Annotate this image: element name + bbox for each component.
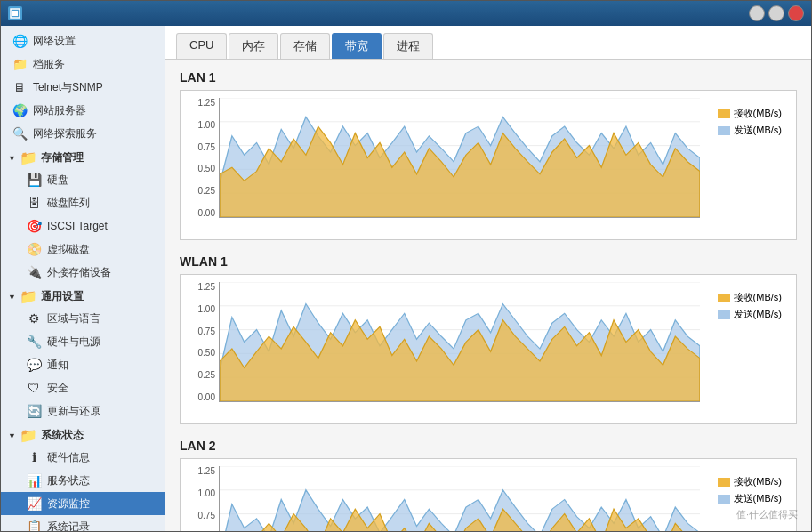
sidebar-item-network-settings[interactable]: 🌐 网络设置 <box>1 29 165 52</box>
maximize-button[interactable] <box>768 5 784 21</box>
charts-container: LAN 11.251.000.750.500.250.00接收(MB/s)发送(… <box>165 60 811 531</box>
chart-wrapper-lan2: 1.251.000.750.500.250.00接收(MB/s)发送(MB/s) <box>180 458 797 531</box>
svg-rect-1 <box>12 11 18 16</box>
group-label: 系统状态 <box>41 428 84 443</box>
item-icon-region-lang: ⚙ <box>26 310 42 326</box>
sidebar-item-external-storage[interactable]: 🔌 外接存储设备 <box>1 261 165 284</box>
item-icon-resource-monitor: 📈 <box>26 496 42 512</box>
tabs-bar: CPU内存存储带宽进程 <box>165 26 811 60</box>
legend-item: 接收(MB/s) <box>718 291 782 304</box>
item-label-hdd: 硬盘 <box>47 173 68 188</box>
legend-lan1: 接收(MB/s)发送(MB/s) <box>718 107 782 137</box>
item-icon-notification: 💬 <box>26 357 42 373</box>
item-icon-ftp-server: 📁 <box>12 56 28 72</box>
titlebar <box>1 1 811 26</box>
item-icon-security: 🛡 <box>26 380 42 396</box>
chart-area-wlan1: 1.251.000.750.500.250.00接收(MB/s)发送(MB/s) <box>188 282 789 420</box>
item-icon-network-discover: 🔍 <box>12 125 28 141</box>
tab-memory[interactable]: 内存 <box>229 33 278 59</box>
item-icon-telnet-snmp: 🖥 <box>12 79 28 95</box>
chart-plot-lan2 <box>219 466 700 531</box>
y-label: 1.25 <box>198 466 215 476</box>
sidebar-group-storage-group[interactable]: ▼ 📁 存储管理 <box>1 145 165 168</box>
chart-area-lan1: 1.251.000.750.500.250.00接收(MB/s)发送(MB/s) <box>188 98 789 236</box>
y-axis: 1.251.000.750.500.250.00 <box>188 282 219 402</box>
chart-title-lan2: LAN 2 <box>180 439 797 453</box>
sidebar-item-iscsi-target[interactable]: 🎯 ISCSI Target <box>1 214 165 238</box>
legend-wlan1: 接收(MB/s)发送(MB/s) <box>718 291 782 321</box>
sidebar-item-hw-info[interactable]: ℹ 硬件信息 <box>1 446 165 469</box>
y-label: 1.00 <box>198 488 215 498</box>
tab-process[interactable]: 进程 <box>383 33 433 59</box>
main-window: 🌐 网络设置📁 档服务🖥 Telnet与SNMP🌍 网站服务器🔍 网络探索服务▼… <box>0 0 812 532</box>
sidebar-group-sys-status-group[interactable]: ▼ 📁 系统状态 <box>1 423 165 446</box>
item-label-virtual-disk: 虚拟磁盘 <box>47 242 90 257</box>
legend-label: 接收(MB/s) <box>734 291 782 304</box>
item-icon-sys-log: 📋 <box>26 519 42 531</box>
chart-plot-wlan1 <box>219 282 700 402</box>
y-label: 0.00 <box>198 392 215 402</box>
minimize-button[interactable] <box>749 5 765 21</box>
y-label: 0.75 <box>198 326 215 336</box>
sidebar-item-hdd[interactable]: 💾 硬盘 <box>1 168 165 191</box>
sidebar-item-virtual-disk[interactable]: 📀 虚拟磁盘 <box>1 238 165 261</box>
folder-icon: 📁 <box>20 427 37 444</box>
item-icon-iscsi-target: 🎯 <box>26 218 42 234</box>
legend-label: 发送(MB/s) <box>734 492 782 505</box>
sidebar-item-hardware-power[interactable]: 🔧 硬件与电源 <box>1 330 165 353</box>
legend-color <box>718 126 730 135</box>
legend-label: 发送(MB/s) <box>734 308 782 321</box>
sidebar-item-telnet-snmp[interactable]: 🖥 Telnet与SNMP <box>1 76 165 99</box>
item-label-network-settings: 网络设置 <box>33 34 76 49</box>
y-label: 0.50 <box>198 348 215 358</box>
sidebar-item-disk-array[interactable]: 🗄 磁盘阵列 <box>1 191 165 214</box>
sidebar-group-general-group[interactable]: ▼ 📁 通用设置 <box>1 284 165 307</box>
legend-label: 接收(MB/s) <box>734 107 782 120</box>
item-label-region-lang: 区域与语言 <box>47 311 100 326</box>
item-label-resource-monitor: 资源监控 <box>47 496 90 512</box>
sidebar-item-update-restore[interactable]: 🔄 更新与还原 <box>1 399 165 423</box>
chart-area-lan2: 1.251.000.750.500.250.00接收(MB/s)发送(MB/s) <box>188 466 789 531</box>
legend-color <box>718 310 730 319</box>
chart-section-lan2: LAN 21.251.000.750.500.250.00接收(MB/s)发送(… <box>180 439 797 531</box>
chart-wrapper-wlan1: 1.251.000.750.500.250.00接收(MB/s)发送(MB/s) <box>180 274 797 424</box>
item-icon-network-settings: 🌐 <box>12 33 28 49</box>
item-label-external-storage: 外接存储设备 <box>47 265 111 280</box>
sidebar-item-resource-monitor[interactable]: 📈 资源监控 <box>1 492 165 515</box>
group-label: 存储管理 <box>41 150 84 165</box>
folder-icon: 📁 <box>20 288 37 305</box>
chart-section-wlan1: WLAN 11.251.000.750.500.250.00接收(MB/s)发送… <box>180 254 797 424</box>
tab-storage[interactable]: 存储 <box>280 33 330 59</box>
tab-bandwidth[interactable]: 带宽 <box>332 33 382 59</box>
item-icon-hardware-power: 🔧 <box>26 334 42 350</box>
sidebar-item-security[interactable]: 🛡 安全 <box>1 376 165 399</box>
item-icon-hdd: 💾 <box>26 172 42 188</box>
legend-label: 发送(MB/s) <box>734 124 782 137</box>
sidebar-item-ftp-server[interactable]: 📁 档服务 <box>1 52 165 76</box>
legend-item: 发送(MB/s) <box>718 492 782 505</box>
item-label-ftp-server: 档服务 <box>33 57 65 72</box>
folder-icon: 📁 <box>20 149 37 166</box>
sidebar-item-notification[interactable]: 💬 通知 <box>1 353 165 376</box>
item-icon-hw-info: ℹ <box>26 449 42 465</box>
sidebar-item-network-discover[interactable]: 🔍 网络探索服务 <box>1 122 165 145</box>
item-icon-web-server: 🌍 <box>12 102 28 118</box>
sidebar-item-region-lang[interactable]: ⚙ 区域与语言 <box>1 307 165 330</box>
main-content: 🌐 网络设置📁 档服务🖥 Telnet与SNMP🌍 网站服务器🔍 网络探索服务▼… <box>1 26 811 531</box>
item-label-security: 安全 <box>47 381 68 396</box>
item-label-iscsi-target: ISCSI Target <box>47 220 108 232</box>
tab-cpu[interactable]: CPU <box>176 33 227 59</box>
item-icon-disk-array: 🗄 <box>26 195 42 211</box>
item-label-hardware-power: 硬件与电源 <box>47 335 100 350</box>
item-icon-virtual-disk: 📀 <box>26 241 42 257</box>
sidebar-item-service-status[interactable]: 📊 服务状态 <box>1 469 165 492</box>
legend-item: 发送(MB/s) <box>718 124 782 137</box>
close-button[interactable] <box>788 5 804 21</box>
sidebar-item-web-server[interactable]: 🌍 网站服务器 <box>1 99 165 122</box>
legend-color <box>718 495 730 504</box>
sidebar: 🌐 网络设置📁 档服务🖥 Telnet与SNMP🌍 网站服务器🔍 网络探索服务▼… <box>1 26 165 531</box>
item-label-sys-log: 系统记录 <box>47 520 90 532</box>
item-label-disk-array: 磁盘阵列 <box>47 196 90 211</box>
y-label: 1.25 <box>198 282 215 292</box>
sidebar-item-sys-log[interactable]: 📋 系统记录 <box>1 515 165 531</box>
